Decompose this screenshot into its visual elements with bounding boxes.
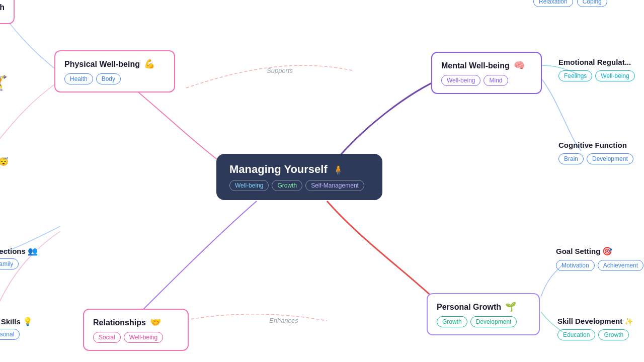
development-cog-tag: Development [587,153,633,164]
relationships-title: Relationships 🤝 [93,317,179,328]
mental-tags: Well-being Mind [441,75,532,86]
mind-map-canvas: Health Relaxation Coping Physical Well-b… [0,0,644,362]
central-self-tag: Self-Management [305,180,364,191]
wellbeing-tag: Well-being [441,75,480,86]
personal-tags: Growth Development [437,316,530,327]
physical-wellbeing-node[interactable]: Physical Well-being 💪 Health Body [54,50,175,93]
goal-tags: Motivation Achievement [556,260,643,271]
exercise-emoji: 🏋️ [0,75,8,90]
central-growth-tag: Growth [272,180,302,191]
personal-growth-node[interactable]: Personal Growth 🌱 Growth Development [427,293,540,335]
motivation-tag: Motivation [556,260,595,271]
cognitive-title: Cognitive Function [558,141,633,149]
growth-tag: Growth [437,316,467,327]
body-tag: Body [96,73,121,84]
mental-wellbeing-node[interactable]: Mental Well-being 🧠 Well-being Mind [431,52,542,94]
emotional-tags: Feelings Well-being [558,70,635,81]
physical-tags: Health Body [64,73,165,84]
coping-tag: Coping [577,0,607,7]
skill-emoji: ✨ [624,317,633,325]
wellbeing-rel-tag: Well-being [124,332,163,343]
emotional-node[interactable]: Emotional Regulat... Feelings Well-being [558,58,635,81]
skill-growth-tag: Growth [598,329,629,340]
sleep-partial: ene 😴 [0,157,9,166]
skill-tags: Education Growth [557,329,633,340]
central-tags: Well-being Growth Self-Management [229,180,369,191]
enhances-label: Enhances [269,317,298,324]
goal-title: Goal Setting 🎯 [556,246,643,256]
exercise-partial: 🏋️ [0,74,8,91]
physical-title: Physical Well-being 💪 [64,58,165,69]
relaxation-tag: Relaxation [533,0,573,7]
relationships-tags: Social Well-being [93,332,179,343]
cognitive-node[interactable]: Cognitive Function Brain Development [558,141,633,164]
mind-tag: Mind [484,75,508,86]
development-tag: Development [470,316,517,327]
comm-skills-partial[interactable]: tion Skills 💡 Personal [0,317,33,340]
emotional-title: Emotional Regulat... [558,58,635,66]
central-node[interactable]: Managing Yourself 🧍 Well-being Growth Se… [216,154,382,200]
skill-dev-node[interactable]: Skill Development ✨ Education Growth [557,317,633,340]
health-tag: Health [64,73,93,84]
goal-setting-node[interactable]: Goal Setting 🎯 Motivation Achievement [556,246,643,271]
goal-emoji: 🎯 [602,246,612,256]
connections-partial[interactable]: nnections 👥 Family [0,246,38,269]
skill-title: Skill Development ✨ [557,317,633,325]
cognitive-tags: Brain Development [558,153,633,164]
achievement-tag: Achievement [598,260,643,271]
personal-tag: Personal [0,329,20,340]
feelings-tag: Feelings [558,70,592,81]
brain-tag: Brain [558,153,584,164]
connections-text: nnections [0,247,26,255]
central-title: Managing Yourself 🧍 [229,163,369,176]
wellbeing-emotion-tag: Well-being [595,70,634,81]
family-tag: Family [0,258,19,269]
relationships-node[interactable]: Relationships 🤝 Social Well-being [83,309,189,351]
connections-emoji: 👥 [28,246,38,256]
education-tag: Education [557,329,595,340]
mental-title: Mental Well-being 🧠 [441,60,532,71]
comm-text: tion Skills [0,317,21,326]
central-wellbeing-tag: Well-being [229,180,269,191]
personal-title: Personal Growth 🌱 [437,301,530,312]
supports-label: Supports [267,67,293,74]
health-title: Health [0,3,5,12]
comm-emoji: 💡 [23,317,33,326]
relaxation-tags-area: Relaxation Coping [533,0,607,7]
sleep-emoji: 😴 [0,157,9,166]
social-tag: Social [93,332,121,343]
